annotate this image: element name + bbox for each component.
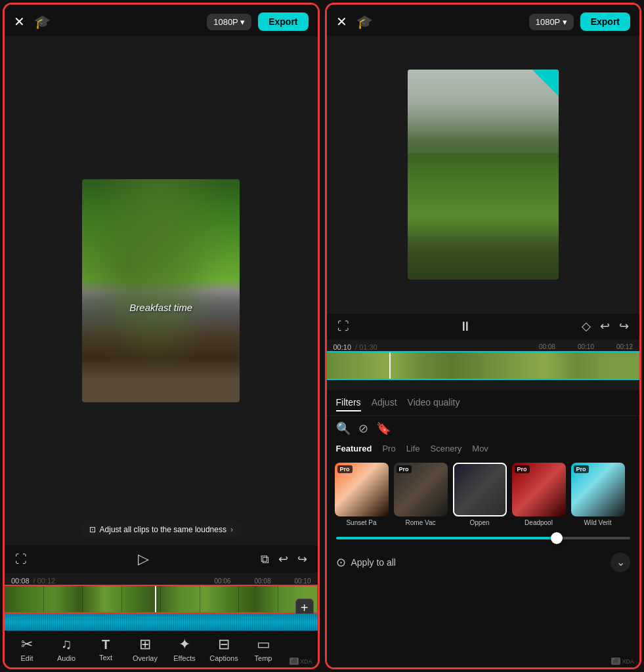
filter-thumb-img-1: Pro	[394, 463, 448, 516]
category-life[interactable]: Life	[406, 444, 420, 453]
filter-item-0[interactable]: Pro Sunset Pa	[335, 463, 389, 526]
filter-tab-quality[interactable]: Video quality	[408, 397, 460, 411]
tool-overlay[interactable]: ⊞ Overlay	[125, 637, 165, 662]
right-pause-icon[interactable]: ⏸	[459, 319, 472, 334]
tool-template[interactable]: ▭ Temp	[244, 637, 283, 662]
copy-icon[interactable]: ⧉	[261, 553, 269, 566]
slider-thumb[interactable]	[551, 532, 563, 544]
right-graduation-icon[interactable]: 🎓	[356, 15, 373, 28]
frame-mark	[161, 586, 200, 612]
template-label: Temp	[255, 654, 272, 662]
audio-label: Audio	[57, 654, 75, 662]
ruler-mark-2: 00:08	[254, 578, 270, 585]
audio-icon: ♫	[61, 637, 72, 652]
right-resolution-button[interactable]: 1080P ▾	[529, 14, 574, 30]
teal-corner	[532, 70, 559, 96]
frame-mark	[122, 586, 161, 612]
apply-icon: ⊙	[336, 555, 346, 570]
tool-captions[interactable]: ⊟ Captions	[204, 637, 244, 662]
right-video-thumbnail	[408, 70, 559, 280]
filter-item-2[interactable]: Oppen	[453, 463, 507, 526]
video-text-overlay: Breakfast time	[129, 302, 192, 313]
pro-badge-0: Pro	[337, 465, 353, 473]
template-icon: ▭	[257, 637, 270, 652]
tool-effects[interactable]: ✦ Effects	[165, 637, 204, 662]
right-export-button[interactable]: Export	[580, 12, 630, 31]
checkmark-button[interactable]: ⌄	[611, 553, 630, 572]
filter-tabs: Filters Adjust Video quality	[327, 390, 640, 416]
pro-badge-3: Pro	[515, 465, 530, 473]
xda-watermark-right: ⬛ XDA	[611, 658, 634, 665]
filter-item-1[interactable]: Pro Rome Vac	[394, 463, 448, 526]
tool-edit[interactable]: ✂ Edit	[7, 637, 47, 662]
graduation-icon[interactable]: 🎓	[34, 15, 51, 28]
export-button[interactable]: Export	[258, 12, 308, 31]
left-timeline: 00:08 / 00:12 00:06 00:08 00:10	[5, 573, 318, 631]
filter-item-3[interactable]: Pro Deadpool	[512, 463, 566, 526]
pro-badge-4: Pro	[574, 465, 589, 473]
video-track[interactable]	[5, 585, 318, 614]
adjust-banner[interactable]: ⊡ Adjust all clips to the same loudness …	[80, 520, 242, 539]
play-icon[interactable]: ▷	[138, 551, 149, 568]
slider-track[interactable]	[336, 537, 631, 539]
right-timeline-section: 00:10 / 01:30 00:08 00:10 00:12	[327, 339, 640, 390]
filter-thumb-img-0: Pro	[335, 463, 389, 516]
bookmark-icon[interactable]: 🔖	[376, 421, 391, 436]
effects-icon: ✦	[179, 637, 190, 652]
xda-text: XDA	[300, 658, 312, 665]
filter-thumb-img-3: Pro	[512, 463, 566, 516]
ruler-mark-1: 00:06	[214, 578, 230, 585]
right-video-track[interactable]	[327, 351, 640, 380]
category-scenery[interactable]: Scenery	[431, 444, 462, 453]
close-icon[interactable]: ✕	[14, 15, 25, 28]
filter-item-4[interactable]: Pro Wild Verit	[571, 463, 625, 526]
right-ruler-mark-3: 00:12	[616, 343, 633, 350]
right-timeline-tracks	[327, 351, 640, 390]
left-panel: ✕ 🎓 1080P ▾ Export Breakfast time ⊡ Adju…	[3, 3, 320, 669]
resolution-button[interactable]: 1080P ▾	[207, 14, 251, 30]
right-redo-icon[interactable]: ↪	[619, 319, 629, 333]
no-icon[interactable]: ⊘	[358, 421, 368, 436]
category-pro[interactable]: Pro	[382, 444, 395, 453]
xda-box-right: ⬛	[611, 658, 620, 665]
left-top-bar-right: 1080P ▾ Export	[207, 12, 308, 31]
xda-watermark-left: ⬛ XDA	[290, 658, 312, 665]
right-ruler-mark-1: 00:08	[539, 343, 555, 350]
filter-tab-filters[interactable]: Filters	[336, 397, 361, 411]
left-video-preview: Breakfast time ⊡ Adjust all clips to the…	[5, 36, 318, 545]
audio-waveform	[5, 614, 318, 631]
category-mov[interactable]: Mov	[472, 444, 488, 453]
time-divider: / 00:12	[33, 577, 56, 585]
right-undo-icon[interactable]: ↩	[600, 319, 610, 333]
right-close-icon[interactable]: ✕	[336, 15, 347, 28]
left-video-thumbnail: Breakfast time	[82, 179, 240, 402]
apply-all-row: ⊙ Apply to all ⌄	[327, 546, 640, 579]
filter-thumb-label-0: Sunset Pa	[335, 519, 389, 526]
frame-mark	[83, 586, 122, 612]
tool-text[interactable]: T Text	[86, 638, 125, 662]
fullscreen-icon[interactable]: ⛶	[15, 553, 27, 566]
tool-audio[interactable]: ♫ Audio	[47, 637, 86, 662]
filter-tab-adjust[interactable]: Adjust	[372, 397, 397, 411]
redo-icon[interactable]: ↪	[297, 552, 307, 566]
filter-thumb-label-1: Rome Vac	[394, 519, 448, 526]
edit-label: Edit	[21, 654, 33, 662]
left-top-bar-left: ✕ 🎓	[14, 15, 51, 28]
filters-content: Filters Adjust Video quality 🔍 ⊘ 🔖 Featu…	[327, 390, 640, 668]
intensity-slider[interactable]	[327, 530, 640, 546]
search-icon[interactable]: 🔍	[336, 421, 351, 436]
right-paint-icon[interactable]: ◇	[582, 319, 591, 333]
chevron-right-icon: ›	[230, 525, 233, 534]
text-label: Text	[99, 654, 112, 662]
undo-icon[interactable]: ↩	[278, 552, 288, 566]
filter-thumbnails: Pro Sunset Pa Pro Rome Vac Oppen	[327, 459, 640, 530]
apply-all-left: ⊙ Apply to all	[336, 555, 396, 570]
left-playback-controls: ⛶ ▷ ⧉ ↩ ↪	[5, 545, 318, 573]
xda-text-right: XDA	[622, 658, 634, 665]
right-top-bar-right: 1080P ▾ Export	[529, 12, 630, 31]
adjust-icon: ⊡	[89, 525, 96, 534]
edit-icon: ✂	[21, 637, 33, 652]
category-featured[interactable]: Featured	[336, 444, 372, 453]
right-fullscreen-icon[interactable]: ⛶	[337, 320, 349, 333]
main-container: ✕ 🎓 1080P ▾ Export Breakfast time ⊡ Adju…	[0, 0, 644, 672]
